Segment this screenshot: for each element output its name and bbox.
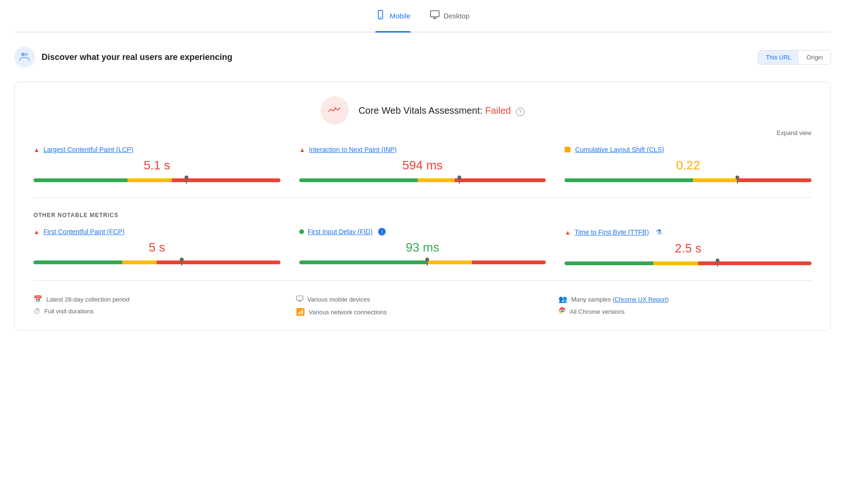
fcp-label[interactable]: First Contentful Paint (FCP) xyxy=(43,228,125,235)
mobile-icon xyxy=(375,9,386,22)
assessment-title: Core Web Vitals Assessment: Failed ? xyxy=(358,105,524,116)
assessment-status: Failed xyxy=(485,105,511,116)
cls-bar-green xyxy=(565,178,693,182)
assessment-header: Core Web Vitals Assessment: Failed ? xyxy=(34,96,811,125)
fid-info-icon[interactable]: i xyxy=(378,228,386,235)
lcp-bar xyxy=(34,178,280,183)
lcp-status-icon: ▲ xyxy=(34,146,40,153)
ttfb-label[interactable]: Time to First Byte (TTFB) xyxy=(575,228,649,236)
wifi-icon: 📶 xyxy=(296,308,305,316)
help-icon[interactable]: ? xyxy=(516,108,524,116)
footer-col-2: Various mobile devices 📶 Various network… xyxy=(296,295,549,316)
inp-bar-marker xyxy=(459,177,460,184)
metric-cls-label-row: Cumulative Layout Shift (CLS) xyxy=(565,146,811,153)
ttfb-bar-marker xyxy=(717,260,718,267)
ttfb-status-icon: ▲ xyxy=(565,229,571,236)
crux-avatar xyxy=(14,47,35,67)
lcp-label[interactable]: Largest Contentful Paint (LCP) xyxy=(43,146,134,153)
core-metrics-grid: ▲ Largest Contentful Paint (LCP) 5.1 s ▲… xyxy=(34,146,811,198)
cls-status-icon xyxy=(565,147,570,152)
cls-bar-marker xyxy=(737,177,738,184)
svg-point-5 xyxy=(21,53,25,56)
svg-rect-8 xyxy=(296,296,303,300)
inp-label[interactable]: Interaction to Next Paint (INP) xyxy=(309,146,397,153)
metric-cls: Cumulative Layout Shift (CLS) 0.22 xyxy=(565,146,811,183)
fcp-bar-red xyxy=(157,260,280,264)
footer-col-3: 👥 Many samples (Chrome UX Report) All Ch… xyxy=(558,295,811,316)
metric-fid-label-row: First Input Delay (FID) i xyxy=(299,228,546,235)
ttfb-bar-orange xyxy=(653,261,698,265)
lcp-bar-orange xyxy=(127,178,172,182)
calendar-icon: 📅 xyxy=(34,295,42,303)
footer-info: 📅 Latest 28-day collection period ⏱ Full… xyxy=(34,290,811,316)
fid-bar-orange xyxy=(427,260,472,264)
chrome-ux-report-link[interactable]: Chrome UX Report xyxy=(615,296,667,303)
metric-fcp-label-row: ▲ First Contentful Paint (FCP) xyxy=(34,228,280,235)
fid-bar-red xyxy=(472,260,546,264)
header-left: Discover what your real users are experi… xyxy=(14,47,232,67)
other-metrics-label: OTHER NOTABLE METRICS xyxy=(34,212,811,218)
footer-collection-period: 📅 Latest 28-day collection period xyxy=(34,295,287,303)
assessment-icon xyxy=(321,96,349,125)
metric-lcp-label-row: ▲ Largest Contentful Paint (LCP) xyxy=(34,146,280,153)
ttfb-flask-icon: ⚗ xyxy=(656,228,662,236)
this-url-button[interactable]: This URL xyxy=(758,50,799,64)
lcp-bar-green xyxy=(34,178,127,182)
tab-desktop[interactable]: Desktop xyxy=(430,9,470,27)
inp-bar xyxy=(299,178,546,183)
lcp-bar-red xyxy=(172,178,280,182)
footer-mobile-devices: Various mobile devices xyxy=(296,295,549,304)
svg-rect-2 xyxy=(430,11,439,17)
origin-button[interactable]: Origin xyxy=(799,50,830,64)
footer-visit-durations: ⏱ Full visit durations xyxy=(34,307,287,315)
ttfb-value: 2.5 s xyxy=(565,241,811,256)
metric-ttfb-label-row: ▲ Time to First Byte (TTFB) ⚗ xyxy=(565,228,811,236)
metric-ttfb: ▲ Time to First Byte (TTFB) ⚗ 2.5 s xyxy=(565,228,811,266)
lcp-value: 5.1 s xyxy=(34,158,280,173)
tab-mobile[interactable]: Mobile xyxy=(375,9,410,27)
tab-bar: Mobile Desktop xyxy=(14,9,831,33)
ttfb-bar-red xyxy=(698,261,811,265)
cls-label[interactable]: Cumulative Layout Shift (CLS) xyxy=(575,146,664,153)
metric-inp-label-row: ▲ Interaction to Next Paint (INP) xyxy=(299,146,546,153)
fid-bar-green xyxy=(299,260,428,264)
cls-bar xyxy=(565,178,811,183)
cls-value: 0.22 xyxy=(565,158,811,173)
monitor-icon xyxy=(296,295,304,304)
people-icon: 👥 xyxy=(558,295,567,303)
url-origin-toggle[interactable]: This URL Origin xyxy=(758,50,831,65)
footer-samples: 👥 Many samples (Chrome UX Report) xyxy=(558,295,811,303)
tab-mobile-label: Mobile xyxy=(389,12,410,20)
other-metrics-grid: ▲ First Contentful Paint (FCP) 5 s First… xyxy=(34,228,811,281)
fid-bar xyxy=(299,260,546,265)
fcp-bar-orange xyxy=(122,260,157,264)
svg-point-6 xyxy=(25,53,28,56)
fcp-bar-marker xyxy=(181,259,182,266)
main-card: Core Web Vitals Assessment: Failed ? Exp… xyxy=(14,82,831,331)
metric-lcp: ▲ Largest Contentful Paint (LCP) 5.1 s xyxy=(34,146,280,183)
fcp-bar-green xyxy=(34,260,122,264)
svg-marker-7 xyxy=(335,107,336,109)
svg-point-11 xyxy=(561,310,563,312)
fid-label[interactable]: First Input Delay (FID) xyxy=(308,228,373,235)
fid-value: 93 ms xyxy=(299,240,546,255)
cls-bar-red xyxy=(737,178,811,182)
inp-bar-green xyxy=(299,178,418,182)
inp-bar-red xyxy=(455,178,546,182)
lcp-bar-marker xyxy=(186,177,187,184)
ttfb-bar xyxy=(565,261,811,266)
fid-bar-marker xyxy=(427,259,428,266)
metric-fcp: ▲ First Contentful Paint (FCP) 5 s xyxy=(34,228,280,266)
inp-status-icon: ▲ xyxy=(299,146,305,153)
ttfb-bar-green xyxy=(565,261,653,265)
header-section: Discover what your real users are experi… xyxy=(14,42,831,72)
fcp-bar xyxy=(34,260,280,265)
metric-fid: First Input Delay (FID) i 93 ms xyxy=(299,228,546,266)
inp-bar-orange xyxy=(418,178,455,182)
fid-status-icon xyxy=(299,229,304,234)
footer-col-1: 📅 Latest 28-day collection period ⏱ Full… xyxy=(34,295,287,316)
expand-view-button[interactable]: Expand view xyxy=(34,129,811,136)
footer-network-connections: 📶 Various network connections xyxy=(296,308,549,316)
desktop-icon xyxy=(430,9,440,22)
fcp-value: 5 s xyxy=(34,240,280,255)
